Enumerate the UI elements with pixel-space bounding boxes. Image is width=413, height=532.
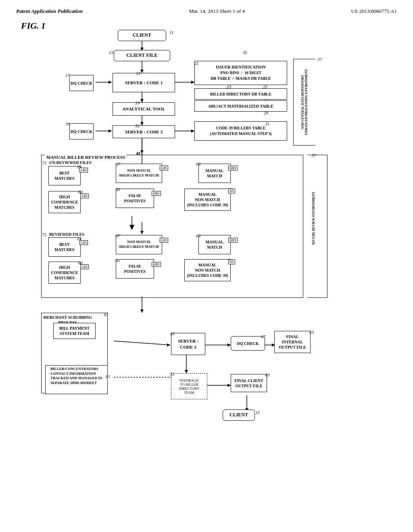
- ref-69b: 69: [196, 233, 200, 238]
- feedback-biller-box: FEEDBACKTO BILLERDIRECTORYTEAM: [171, 373, 207, 399]
- ns-tag-71a: NS: [228, 189, 235, 193]
- un-reviewed-label: UN-REVIEWED FILES: [48, 160, 92, 165]
- enhanced-env-bracket: ENHANCED PROCESSING ENVIRONMENTAND CENTR…: [293, 59, 315, 145]
- lrs-tag-63a: LRS: [80, 193, 89, 198]
- client-box: CLIENT: [118, 30, 166, 41]
- ref-53: 53: [309, 330, 314, 335]
- ref-67b: 67: [116, 233, 120, 238]
- header-right: US 2013/0066775 A1: [351, 8, 397, 15]
- dq-check-39-box: DQ CHECK: [69, 123, 94, 139]
- biller-dir-box: BILLER DIRECTORY DB TABLE: [194, 88, 287, 100]
- bill-payment-box: BILL PAYMENTSYSTEM TEAM: [53, 323, 96, 339]
- manual-match-top-box: MANUALMATCH: [198, 164, 231, 183]
- svg-line-26: [114, 341, 170, 345]
- ref-31: 31: [265, 121, 269, 126]
- ref-37: 37: [317, 57, 322, 62]
- manual-biller-review-title: MANUAL BILLER REVIEW PROCESS: [45, 155, 126, 160]
- dq-check-17-box: DQ CHECK: [69, 75, 94, 91]
- svg-marker-29: [227, 343, 231, 347]
- ref-35: 35: [243, 50, 247, 55]
- ref-41-label: 41: [136, 151, 141, 156]
- header: Patent Application Publication Mar. 14, …: [16, 8, 397, 15]
- down-arrow-mid: [124, 216, 140, 233]
- false-pos-bot-box: FALSEPOSITIVES: [116, 259, 154, 278]
- ref-67a: 67: [116, 162, 120, 166]
- svg-marker-9: [140, 150, 144, 154]
- high-conf-bot-box: HIGHCONFIDENCEMATCHES: [48, 262, 81, 284]
- secure-review-label: SECURE REVIEW ENVIRONMENT: [310, 192, 315, 245]
- non-match-top-box: NON MATCH,/HIGH LIKELY MATCH/: [116, 164, 162, 183]
- final-client-box: FINAL CLIENTOUTPUT FILE: [231, 374, 267, 392]
- ref-21: 21: [194, 61, 199, 66]
- manual-nm-top-box: MANUALNON MATCH(INCLUDES CODE 39): [184, 189, 231, 211]
- server-code3-box: SERVER :CODE 3: [171, 333, 205, 355]
- lrs-tag-63b: LRS: [80, 264, 89, 269]
- ref-49: 49: [265, 372, 269, 377]
- server-code2-box: SERVER : CODE 2: [113, 125, 175, 138]
- manual-match-bot-box: MANUALMATCH: [198, 235, 231, 254]
- hrs-tag-69a: HRS: [228, 166, 238, 170]
- hrs-tag-65b: HRS: [152, 262, 161, 267]
- issuer-id-box: ISSUER IDENTIFICATION PNO BINS / 16 DIGI…: [194, 61, 287, 85]
- best-matches-top-box: BESTMATCHES: [48, 166, 81, 185]
- header-center: Mar. 14, 2013 Sheet 1 of 4: [189, 8, 245, 15]
- non-match-bot-box: NON MATCH,/HIGH LIKELY MATCH/: [116, 235, 162, 254]
- svg-marker-3: [140, 70, 144, 73]
- svg-marker-7: [140, 122, 144, 125]
- ref-15: 15: [136, 71, 140, 76]
- svg-marker-5: [140, 99, 144, 102]
- biller-concentrators-box: BILLER/CONCENTRATORSCONTACT INFORMATIONT…: [45, 365, 108, 394]
- lrs-tag-67b: LRS: [160, 238, 168, 243]
- ref-19: 19: [135, 100, 140, 105]
- false-pos-top-box: FALSEPOSITIVES: [116, 189, 154, 208]
- ref-69a: 69: [196, 162, 200, 166]
- ref-33: 33: [135, 123, 140, 128]
- ref-75: 75: [42, 232, 46, 237]
- svg-marker-17: [191, 129, 194, 133]
- high-conf-top-box: HIGHCONFIDENCEMATCHES: [48, 191, 81, 213]
- svg-marker-15: [191, 81, 194, 84]
- svg-marker-35: [227, 384, 231, 387]
- hrs-tag-65a: HRS: [152, 191, 161, 196]
- ref-11b: 11: [256, 410, 260, 415]
- page: Patent Application Publication Mar. 14, …: [0, 0, 413, 532]
- diagram-area: FIG. 1: [17, 19, 396, 502]
- lrs-tag-61b: LRS: [79, 240, 88, 245]
- ref-43: 43: [104, 312, 108, 317]
- ref-51: 51: [170, 372, 175, 376]
- ref-17: 17: [65, 73, 70, 78]
- ref-45: 45: [170, 331, 175, 336]
- svg-marker-43: [129, 225, 134, 230]
- header-left: Patent Application Publication: [16, 8, 83, 15]
- manual-nm-bot-box: MANUALNON MATCH(INCLUDES CODE 39): [184, 259, 231, 281]
- ref-77: 77: [311, 153, 316, 158]
- final-internal-box: FINALINTERNALOUTPUT FILE: [274, 331, 311, 353]
- enhanced-env-label: ENHANCED PROCESSING ENVIRONMENTAND CENTR…: [301, 69, 308, 135]
- analytical-tool-box: ANALYTICAL TOOL: [113, 102, 175, 116]
- server-code1-box: SERVER : CODE 1: [113, 73, 175, 92]
- code39-billers-box: CODE 39 BILLERS TABLE (AUTOMATED MANUAL …: [194, 121, 287, 141]
- ref-11: 11: [169, 30, 173, 35]
- lrs-tag-61a: LRS: [79, 168, 88, 172]
- ref-81: 81: [106, 374, 110, 379]
- abu-act-box: ABU/ACT MATERIALIZED TABLE: [194, 100, 287, 112]
- hrs-tag-69b: HRS: [228, 238, 238, 243]
- ref-47: 47: [261, 334, 265, 339]
- ns-tag-71b: NS: [228, 260, 235, 264]
- ref-29: 29: [264, 110, 268, 115]
- svg-marker-13: [108, 129, 112, 133]
- svg-marker-27: [167, 343, 170, 347]
- ref-65a: 65: [116, 187, 120, 192]
- ref-39: 39: [65, 121, 70, 126]
- client-bottom-box: CLIENT: [223, 409, 255, 421]
- svg-marker-33: [185, 370, 188, 373]
- ref-73: 73: [42, 160, 46, 165]
- svg-marker-11: [108, 81, 112, 84]
- client-file-box: CLIENT FILE: [114, 50, 170, 61]
- ref-13: 13: [109, 50, 113, 55]
- lrs-tag-67a: LRS: [160, 166, 168, 170]
- svg-marker-23: [140, 310, 144, 313]
- ref-65b: 65: [116, 258, 120, 263]
- dq-check-47-box: DQ CHECK: [231, 336, 265, 351]
- fig-label: FIG. 1: [21, 21, 46, 31]
